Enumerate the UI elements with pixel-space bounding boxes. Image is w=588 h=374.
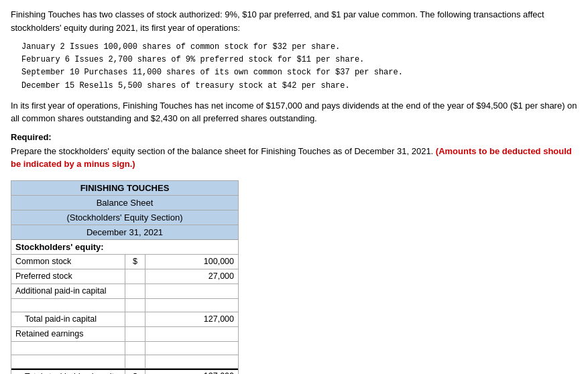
row-label-total-equity: Total stockholders' equity	[11, 370, 125, 374]
row-col1-empty2	[125, 342, 145, 355]
row-label-empty3	[11, 355, 125, 368]
row-col2-total-paid: 127,000	[145, 312, 238, 326]
row-col2-total-equity: 127,000	[145, 370, 238, 374]
table-row-empty3	[11, 355, 238, 369]
income-paragraph: In its first year of operations, Finishi…	[11, 99, 577, 125]
bs-title: FINISHING TOUCHES	[11, 181, 238, 196]
table-row: Preferred stock 27,000	[11, 269, 238, 284]
bs-subtitle1: Balance Sheet	[11, 196, 238, 210]
row-label-empty1	[11, 299, 125, 312]
required-text: Prepare the stockholders' equity section…	[11, 145, 577, 171]
row-col1-empty1	[125, 299, 145, 312]
row-label-retained-earnings: Retained earnings	[11, 327, 125, 341]
transactions-block: January 2 Issues 100,000 shares of commo…	[21, 41, 577, 92]
row-col2-empty3	[145, 355, 238, 368]
row-col2-empty2	[145, 342, 238, 355]
row-col2-preferred-stock: 27,000	[145, 269, 238, 284]
bs-section-label: Stockholders' equity:	[11, 240, 238, 255]
table-row-empty2	[11, 342, 238, 355]
row-label-empty2	[11, 342, 125, 355]
table-row-total-equity: Total stockholders' equity $ 127,000	[11, 369, 238, 374]
row-label-additional-paid: Additional paid-in capital	[11, 284, 125, 298]
table-row-total-paid: Total paid-in capital 127,000	[11, 312, 238, 327]
balance-sheet: FINISHING TOUCHES Balance Sheet (Stockho…	[11, 180, 239, 374]
table-row: Retained earnings	[11, 327, 238, 342]
row-col1-common-stock: $	[125, 255, 145, 269]
row-col1-total-equity: $	[125, 370, 145, 374]
row-col2-additional-paid	[145, 284, 238, 298]
bs-subtitle2: (Stockholders' Equity Section)	[11, 210, 238, 225]
row-label-preferred-stock: Preferred stock	[11, 269, 125, 284]
transaction-4: December 15 Resells 5,500 shares of trea…	[21, 80, 577, 92]
row-col2-empty1	[145, 299, 238, 312]
row-label-common-stock: Common stock	[11, 255, 125, 269]
table-row-empty1	[11, 299, 238, 312]
row-col1-preferred-stock	[125, 269, 145, 284]
required-text-plain: Prepare the stockholders' equity section…	[11, 146, 436, 156]
transaction-2: February 6 Issues 2,700 shares of 9% pre…	[21, 54, 577, 66]
transaction-3: September 10 Purchases 11,000 shares of …	[21, 66, 577, 79]
table-row: Additional paid-in capital	[11, 284, 238, 299]
row-col1-additional-paid	[125, 284, 145, 298]
row-col1-empty3	[125, 355, 145, 368]
row-col1-total-paid	[125, 312, 145, 326]
table-row: Common stock $ 100,000	[11, 255, 238, 269]
row-col2-retained-earnings	[145, 327, 238, 341]
transaction-1: January 2 Issues 100,000 shares of commo…	[21, 41, 577, 54]
row-col1-retained-earnings	[125, 327, 145, 341]
intro-paragraph1: Finishing Touches has two classes of sto…	[11, 8, 577, 34]
bs-date: December 31, 2021	[11, 225, 238, 240]
required-label: Required:	[11, 132, 577, 142]
row-label-total-paid: Total paid-in capital	[11, 312, 125, 326]
row-col2-common-stock: 100,000	[145, 255, 238, 269]
